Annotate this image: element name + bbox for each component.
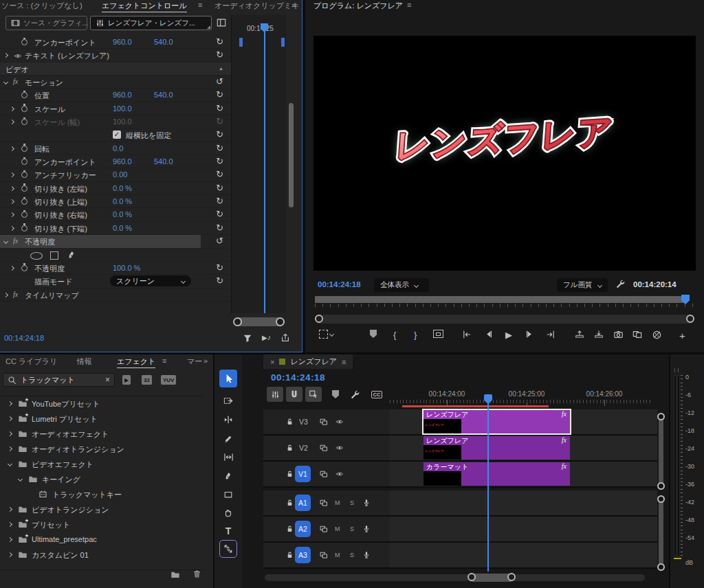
voiceover-mic-icon[interactable]	[362, 551, 371, 560]
razor-tool[interactable]	[219, 430, 237, 448]
chevron-right-icon[interactable]	[8, 446, 12, 451]
blend-mode-dropdown[interactable]: スクリーン	[110, 275, 191, 286]
clip-in-handle[interactable]	[239, 38, 243, 47]
mute-button[interactable]: M	[335, 499, 340, 506]
timeline-scrollbar-right-handle[interactable]	[507, 573, 516, 581]
safe-margins-icon[interactable]	[433, 330, 443, 338]
effect-row-スケール[interactable]: スケール100.0↺	[0, 102, 231, 115]
effect-row-縦横比を固定[interactable]: ✓縦横比を固定↺	[0, 128, 231, 142]
effect-row-アンカーポイント[interactable]: アンカーポイント960.0540.0↺	[0, 155, 231, 168]
stopwatch-keyframe-icon[interactable]	[21, 106, 28, 112]
hand-tool[interactable]	[219, 504, 237, 521]
voiceover-mic-icon[interactable]	[362, 499, 371, 508]
panel-menu-icon[interactable]: ≡	[198, 1, 202, 9]
delete-trash-icon[interactable]	[192, 569, 201, 578]
chevron-down-icon[interactable]	[3, 80, 8, 84]
track-lock-icon[interactable]	[285, 418, 294, 427]
track-lane[interactable]	[390, 543, 657, 567]
effect-row-切り抜き (上端)[interactable]: 切り抜き (上端)0.0 %↺	[0, 195, 231, 208]
accelerated-effects-icon[interactable]: ▶	[122, 375, 131, 385]
effect-row-アンカーポイント[interactable]: アンカーポイント960.0540.0↺	[0, 36, 231, 49]
effect-row-タイムリマップ[interactable]: fxタイムリマップ	[0, 289, 231, 302]
chevron-right-icon[interactable]	[10, 199, 14, 204]
chevron-right-icon[interactable]	[8, 401, 12, 406]
chevron-right-icon[interactable]	[8, 537, 12, 542]
tab-overflow-icon[interactable]: »	[204, 357, 206, 365]
mute-button[interactable]: M	[335, 525, 340, 532]
tree-item-label[interactable]: ビデオエフェクト	[32, 460, 94, 470]
track-output-eye-icon[interactable]	[335, 471, 344, 478]
program-settings-wrench-icon[interactable]	[615, 279, 626, 289]
reset-parameter-icon[interactable]: ↺	[216, 116, 223, 126]
effect-row-アンチフリッカー[interactable]: アンチフリッカー0.00↺	[0, 168, 231, 181]
tree-item[interactable]: ビデオトランジション	[1, 502, 205, 517]
track-lane[interactable]	[390, 490, 657, 515]
tree-item[interactable]: キーイング	[1, 472, 205, 487]
property-value-2[interactable]: 540.0	[154, 157, 173, 166]
program-video-canvas[interactable]: レンズフレア レンズフレア レンズフレア	[314, 36, 696, 271]
tab-markers[interactable]: マー	[187, 357, 202, 367]
track-target-badge[interactable]: A1	[295, 495, 311, 511]
chevron-right-icon[interactable]	[10, 172, 14, 177]
reset-parameter-icon[interactable]: ↺	[216, 236, 223, 246]
effect-controls-timecode[interactable]: 00:14:24:18	[4, 334, 44, 342]
stopwatch-keyframe-icon[interactable]	[21, 225, 28, 231]
reset-parameter-icon[interactable]: ↺	[216, 262, 223, 273]
stopwatch-keyframe-icon[interactable]	[21, 159, 28, 165]
reset-parameter-icon[interactable]: ↺	[216, 169, 223, 179]
global-fx-mute-icon[interactable]	[652, 330, 662, 340]
tree-item-label[interactable]: プリセット	[32, 520, 70, 530]
timeline-clip[interactable]: レンズフレアfxレンズフレア	[424, 410, 570, 433]
chevron-right-icon[interactable]	[8, 431, 12, 436]
effect-row-不透明度[interactable]: fx不透明度↺	[0, 235, 231, 248]
clip-effects-button[interactable]: レンズフレア・レンズフ...	[90, 16, 212, 30]
track-output-eye-icon[interactable]	[335, 444, 344, 452]
timeline-settings-button[interactable]	[346, 387, 363, 402]
solo-button[interactable]: S	[350, 552, 354, 558]
captions-button[interactable]: CC	[368, 387, 385, 402]
sync-lock-icon[interactable]	[320, 551, 328, 559]
tree-item[interactable]: ★プリセット	[1, 517, 205, 532]
timeline-timecode[interactable]: 00:14:24:18	[271, 372, 325, 383]
chevron-right-icon[interactable]	[8, 416, 12, 421]
reset-parameter-icon[interactable]: ↺	[216, 183, 223, 193]
timeline-menu-icon[interactable]: ≡	[342, 358, 346, 366]
program-time-ruler[interactable]	[315, 296, 694, 307]
ellipse-mask-icon[interactable]	[30, 252, 43, 260]
track-lane[interactable]: レンズフレアfxレンズフレア	[390, 436, 657, 460]
program-scrollbar-right-handle[interactable]	[686, 315, 694, 323]
ripple-edit-tool[interactable]	[219, 411, 237, 429]
track-header[interactable]: V1	[263, 462, 390, 486]
type-tool[interactable]: T	[219, 522, 237, 540]
pen-mask-icon[interactable]	[67, 251, 76, 260]
stopwatch-keyframe-icon[interactable]	[21, 185, 28, 192]
program-scrollbar-left-handle[interactable]	[315, 315, 323, 323]
tree-item[interactable]: ★YouTubeプリセット	[1, 396, 205, 411]
track-lock-icon[interactable]	[285, 525, 294, 534]
add-marker-button[interactable]	[327, 387, 344, 402]
stopwatch-keyframe-icon[interactable]	[21, 212, 28, 218]
reset-parameter-icon[interactable]: ↺	[216, 129, 223, 139]
reset-parameter-icon[interactable]: ↺	[216, 36, 223, 47]
reset-parameter-icon[interactable]: ↺	[216, 196, 223, 206]
tree-item[interactable]: ★Lumetri プリセット	[1, 411, 205, 427]
program-zoom-bar[interactable]	[315, 296, 684, 303]
tab-overflow-icon[interactable]: »	[292, 1, 294, 9]
playback-quality-dropdown[interactable]: フル画質	[557, 278, 608, 292]
tree-item-label[interactable]: Lumetri プリセット	[32, 414, 98, 425]
zoom-level-dropdown[interactable]: 全体表示	[374, 278, 429, 292]
go-to-out-icon[interactable]	[546, 330, 556, 339]
clear-search-icon[interactable]: ×	[105, 375, 110, 385]
new-custom-bin-icon[interactable]	[170, 570, 180, 579]
extract-icon[interactable]	[594, 330, 604, 339]
step-forward-icon[interactable]	[525, 330, 534, 339]
video-scrollbar-bottom-knob[interactable]	[657, 482, 665, 490]
chevron-right-icon[interactable]	[10, 186, 14, 191]
stopwatch-keyframe-icon[interactable]	[21, 92, 28, 98]
track-header[interactable]: A3MS	[263, 543, 390, 567]
track-target-badge[interactable]: A3	[295, 547, 311, 563]
tree-item-label[interactable]: ビデオトランジション	[32, 505, 109, 515]
reset-parameter-icon[interactable]: ↺	[216, 156, 223, 166]
tree-item[interactable]: ビデオエフェクト	[1, 457, 205, 472]
track-lock-icon[interactable]	[285, 499, 294, 508]
